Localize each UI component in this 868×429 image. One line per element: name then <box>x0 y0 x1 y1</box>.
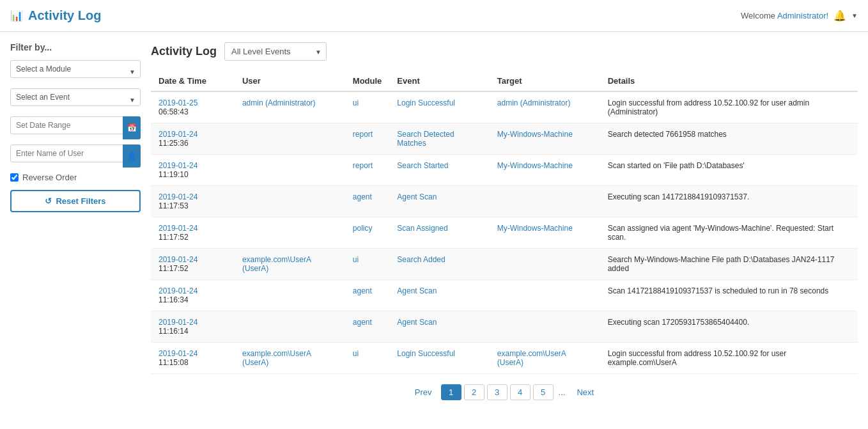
target-link[interactable]: My-Windows-Machine <box>497 161 573 170</box>
cell-target <box>490 311 600 343</box>
page-3-button[interactable]: 3 <box>487 384 508 400</box>
level-filter-select[interactable]: All Level Events Info Warning Error <box>224 42 327 61</box>
cell-datetime: 2019-01-25 06:58:43 <box>151 91 235 123</box>
module-link[interactable]: agent <box>353 286 372 295</box>
user-name-input[interactable] <box>10 144 141 162</box>
module-link[interactable]: agent <box>353 192 372 201</box>
time-text: 11:19:10 <box>159 170 189 179</box>
date-text: 2019-01-24 <box>159 255 198 264</box>
page-4-button[interactable]: 4 <box>510 384 531 400</box>
module-link[interactable]: policy <box>353 224 373 233</box>
cell-target <box>490 280 600 311</box>
cell-datetime: 2019-01-24 11:16:14 <box>151 311 235 343</box>
cell-datetime: 2019-01-24 11:19:10 <box>151 155 235 186</box>
cell-datetime: 2019-01-24 11:25:36 <box>151 123 235 155</box>
page-content: Filter by... Select a Module Select an E… <box>0 32 868 421</box>
event-select[interactable]: Select an Event <box>10 88 141 106</box>
page-title: Activity Log <box>151 45 217 58</box>
cell-module: ui <box>345 343 390 374</box>
cell-target <box>490 186 600 217</box>
reset-filters-button[interactable]: ↺ Reset Filters <box>10 190 141 212</box>
module-link[interactable]: ui <box>353 98 359 107</box>
target-link[interactable]: My-Windows-Machine <box>497 130 573 139</box>
date-text: 2019-01-24 <box>159 318 198 327</box>
page-5-button[interactable]: 5 <box>533 384 554 400</box>
cell-module: ui <box>345 91 390 123</box>
table-row: 2019-01-24 11:19:10 report Search Starte… <box>151 155 858 186</box>
main-content: Activity Log All Level Events Info Warni… <box>151 42 858 410</box>
date-text: 2019-01-24 <box>159 286 198 295</box>
cell-event: Search Added <box>389 249 489 280</box>
cell-event: Search Detected Matches <box>389 123 489 155</box>
filter-title: Filter by... <box>10 42 141 52</box>
cell-module: agent <box>345 280 390 311</box>
event-link[interactable]: Agent Scan <box>397 318 437 327</box>
module-link[interactable]: report <box>353 130 373 139</box>
table-row: 2019-01-24 11:17:52 example.com\UserA (U… <box>151 249 858 280</box>
cell-event: Login Successful <box>389 91 489 123</box>
event-link[interactable]: Login Successful <box>397 349 455 358</box>
cell-module: agent <box>345 186 390 217</box>
user-link[interactable]: example.com\UserA (UserA) <box>242 349 311 367</box>
app-title: Activity Log <box>28 8 101 23</box>
page-1-button[interactable]: 1 <box>441 384 461 400</box>
table-row: 2019-01-24 11:17:53 agent Agent Scan Exe… <box>151 186 858 217</box>
cell-target: My-Windows-Machine <box>490 217 600 249</box>
module-link[interactable]: report <box>353 161 373 170</box>
user-link[interactable]: example.com\UserA (UserA) <box>242 255 311 273</box>
date-range-input[interactable] <box>10 116 141 134</box>
prev-button[interactable]: Prev <box>408 385 438 400</box>
col-target: Target <box>490 71 600 91</box>
module-link[interactable]: ui <box>353 255 359 264</box>
calendar-icon[interactable]: 📅 <box>123 116 141 139</box>
cell-details: Login successful from address 10.52.100.… <box>600 91 858 123</box>
table-body: 2019-01-25 06:58:43 admin (Administrator… <box>151 91 858 374</box>
table-row: 2019-01-24 11:17:52 policy Scan Assigned… <box>151 217 858 249</box>
target-link[interactable]: My-Windows-Machine <box>497 224 573 233</box>
reverse-order-checkbox[interactable] <box>10 173 19 182</box>
module-link[interactable]: ui <box>353 349 359 358</box>
event-link[interactable]: Search Added <box>397 255 445 264</box>
time-text: 06:58:43 <box>159 107 189 116</box>
cell-details: Executing scan 17205931753865404400. <box>600 311 858 343</box>
module-link[interactable]: agent <box>353 318 372 327</box>
event-link[interactable]: Login Successful <box>397 98 455 107</box>
cell-user: admin (Administrator) <box>235 91 345 123</box>
app-icon: 📊 <box>10 10 23 22</box>
bell-icon[interactable]: 🔔 <box>833 10 846 22</box>
page-header: Activity Log All Level Events Info Warni… <box>151 42 858 61</box>
welcome-text: Welcome Administrator! <box>741 11 828 20</box>
col-event: Event <box>389 71 489 91</box>
col-datetime: Date & Time <box>151 71 235 91</box>
page-2-button[interactable]: 2 <box>464 384 484 400</box>
event-link[interactable]: Agent Scan <box>397 192 437 201</box>
cell-module: report <box>345 155 390 186</box>
time-text: 11:17:53 <box>159 201 189 210</box>
bell-dropdown-icon[interactable]: ▼ <box>851 12 858 19</box>
target-link[interactable]: example.com\UserA (UserA) <box>497 349 566 367</box>
cell-target <box>490 249 600 280</box>
next-button[interactable]: Next <box>570 385 600 400</box>
user-link[interactable]: admin (Administrator) <box>242 98 316 107</box>
cell-user: example.com\UserA (UserA) <box>235 249 345 280</box>
table-row: 2019-01-24 11:15:08 example.com\UserA (U… <box>151 343 858 374</box>
date-text: 2019-01-24 <box>159 161 198 170</box>
event-link[interactable]: Search Detected Matches <box>397 130 454 148</box>
top-nav: 📊 Activity Log Welcome Administrator! 🔔 … <box>0 0 868 32</box>
reverse-order-row: Reverse Order <box>10 173 141 182</box>
date-text: 2019-01-24 <box>159 130 198 139</box>
date-text: 2019-01-24 <box>159 224 198 233</box>
admin-link[interactable]: Administrator! <box>777 11 828 20</box>
cell-user: example.com\UserA (UserA) <box>235 343 345 374</box>
event-link[interactable]: Scan Assigned <box>397 224 447 233</box>
module-select[interactable]: Select a Module <box>10 60 141 78</box>
user-list-icon[interactable]: 👤 <box>123 144 141 168</box>
activity-table: Date & Time User Module Event Target Det… <box>151 71 858 374</box>
event-link[interactable]: Agent Scan <box>397 286 437 295</box>
cell-details: Executing scan 14172188419109371537. <box>600 186 858 217</box>
target-link[interactable]: admin (Administrator) <box>497 98 571 107</box>
cell-user <box>235 280 345 311</box>
event-link[interactable]: Search Started <box>397 161 448 170</box>
time-text: 11:16:14 <box>159 327 189 336</box>
col-user: User <box>235 71 345 91</box>
